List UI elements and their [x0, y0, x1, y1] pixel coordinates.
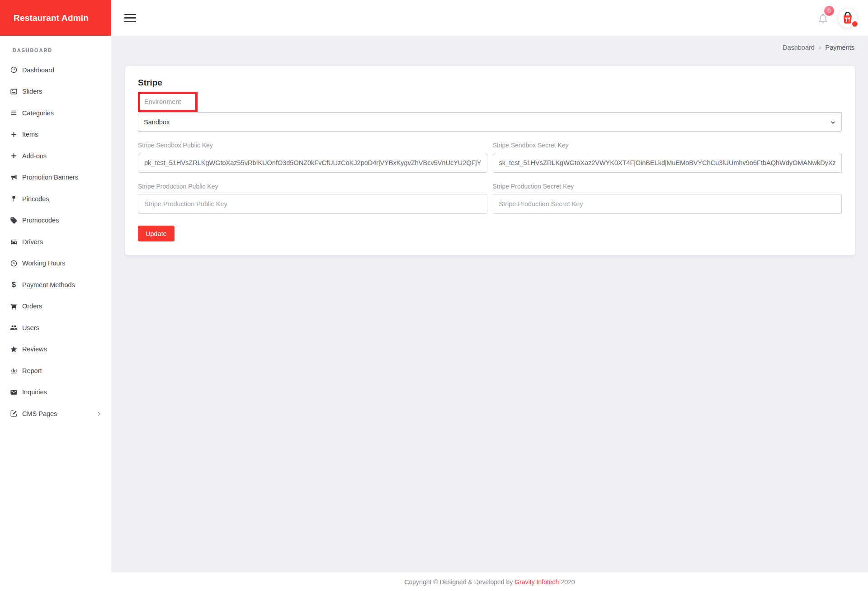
- production-public-key-input[interactable]: [138, 194, 487, 214]
- speedometer-icon: [9, 66, 18, 74]
- sidebar-item-items[interactable]: Items: [0, 124, 111, 146]
- production-public-key-field: Stripe Production Public Key: [138, 183, 487, 214]
- sidebar-item-users[interactable]: Users: [0, 317, 111, 339]
- sidebar: Restaurant Admin DASHBOARD Dashboard Sli…: [0, 0, 111, 591]
- edit-icon: [9, 409, 18, 418]
- update-button[interactable]: Update: [138, 226, 175, 241]
- tag-icon: [9, 216, 18, 225]
- megaphone-icon: [9, 173, 18, 182]
- environment-highlight-box: Environment: [138, 92, 198, 112]
- sidebar-item-payment-methods[interactable]: $ Payment Methods: [0, 274, 111, 296]
- bar-chart-icon: [9, 366, 18, 375]
- plus-icon: [9, 151, 18, 160]
- production-secret-key-field: Stripe Production Secret Key: [493, 183, 842, 214]
- sandbox-secret-key-field: Stripe Sendbox Secret Key: [493, 142, 842, 173]
- app-title: Restaurant Admin: [0, 0, 111, 36]
- production-secret-key-input[interactable]: [493, 194, 842, 214]
- sidebar-item-inquiries[interactable]: Inquiries: [0, 382, 111, 403]
- logo-status-dot: [852, 21, 858, 27]
- users-icon: [9, 323, 18, 332]
- notifications-button[interactable]: 0: [817, 12, 829, 24]
- breadcrumb-payments: Payments: [826, 44, 854, 51]
- sandbox-secret-key-label: Stripe Sendbox Secret Key: [493, 142, 842, 149]
- sidebar-item-promocodes[interactable]: Promocodes: [0, 210, 111, 232]
- restaurant-bag-logo[interactable]: [838, 9, 857, 28]
- sandbox-public-key-field: Stripe Sendbox Public Key: [138, 142, 487, 173]
- breadcrumb-dashboard[interactable]: Dashboard: [783, 44, 815, 51]
- footer-copyright-text: Copyright © Designed & Developed by: [404, 578, 513, 586]
- map-pin-icon: [9, 194, 18, 203]
- star-icon: [9, 345, 18, 354]
- breadcrumb: Dashboard › Payments: [783, 43, 854, 51]
- notification-count-badge: 0: [824, 6, 834, 16]
- sidebar-item-orders[interactable]: Orders: [0, 296, 111, 317]
- dollar-icon: $: [9, 280, 18, 289]
- cart-icon: [9, 302, 18, 311]
- sidebar-item-drivers[interactable]: Drivers: [0, 231, 111, 253]
- sidebar-item-reviews[interactable]: Reviews: [0, 339, 111, 360]
- breadcrumb-separator-icon: ›: [819, 43, 821, 51]
- sidebar-item-add-ons[interactable]: Add-ons: [0, 145, 111, 167]
- stripe-settings-card: Stripe Environment Sandbox Stripe Sendbo…: [125, 66, 855, 255]
- sidebar-nav: Dashboard Sliders Categories Items Add-o…: [0, 55, 111, 425]
- footer-company-link[interactable]: Gravity Infotech: [514, 578, 559, 586]
- sidebar-item-promotion-banners[interactable]: Promotion Banners: [0, 167, 111, 189]
- footer: Copyright © Designed & Developed by Grav…: [111, 572, 868, 591]
- sandbox-public-key-input[interactable]: [138, 153, 487, 173]
- car-icon: [9, 237, 18, 246]
- hamburger-icon[interactable]: [124, 14, 136, 22]
- sidebar-item-sliders[interactable]: Sliders: [0, 81, 111, 103]
- content-area: Dashboard › Payments Stripe Environment …: [111, 36, 868, 572]
- production-public-key-label: Stripe Production Public Key: [138, 183, 487, 190]
- sidebar-item-dashboard[interactable]: Dashboard: [0, 59, 111, 81]
- sidebar-item-categories[interactable]: Categories: [0, 102, 111, 124]
- top-header: 0: [111, 0, 868, 36]
- environment-select[interactable]: Sandbox: [138, 112, 842, 132]
- list-icon: [9, 109, 18, 117]
- sidebar-item-cms-pages[interactable]: CMS Pages: [0, 403, 111, 425]
- sandbox-secret-key-input[interactable]: [493, 153, 842, 173]
- envelope-icon: [9, 388, 18, 397]
- chevron-right-icon: [96, 411, 102, 417]
- plus-icon: [9, 130, 18, 139]
- sidebar-section-label: DASHBOARD: [13, 47, 111, 53]
- image-icon: [9, 87, 18, 96]
- environment-label: Environment: [144, 98, 181, 105]
- production-secret-key-label: Stripe Production Secret Key: [493, 183, 842, 190]
- clock-icon: [9, 259, 18, 268]
- sidebar-item-report[interactable]: Report: [0, 360, 111, 382]
- card-title: Stripe: [138, 78, 842, 88]
- footer-year: 2020: [561, 578, 575, 586]
- sandbox-public-key-label: Stripe Sendbox Public Key: [138, 142, 487, 149]
- sidebar-item-working-hours[interactable]: Working Hours: [0, 253, 111, 274]
- sidebar-item-pincodes[interactable]: Pincodes: [0, 188, 111, 210]
